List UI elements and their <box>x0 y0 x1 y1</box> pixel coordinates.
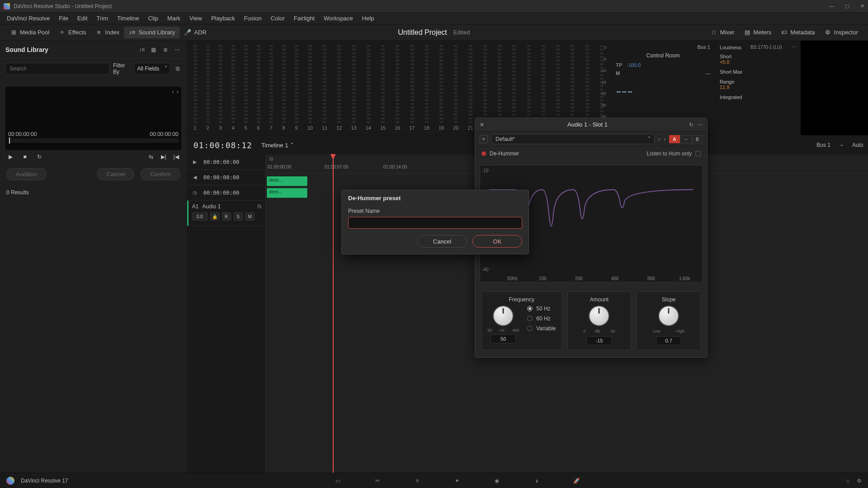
preview-scrubber[interactable] <box>8 138 179 143</box>
radio-variable[interactable]: Variable <box>527 325 556 332</box>
audio-clip-2[interactable]: dees... <box>267 188 307 198</box>
adr-button[interactable]: 🎤ADR <box>179 27 211 38</box>
radio-50hz[interactable]: 50 Hz <box>527 305 556 312</box>
loop-icon[interactable]: ↻ <box>35 153 43 161</box>
tc-row-2[interactable]: 00:00:00:00 <box>203 190 239 196</box>
plugin-close-icon[interactable]: ✕ <box>480 122 486 128</box>
effects-button[interactable]: ✧Effects <box>54 27 91 38</box>
dialog-ok-button[interactable]: OK <box>472 235 522 248</box>
meters-button[interactable]: ▤Meters <box>739 27 776 38</box>
prev-preset-icon[interactable]: ‹ <box>658 136 660 142</box>
filter-select[interactable]: All Fields˅ <box>134 63 170 75</box>
sort-icon[interactable]: ↕≡ <box>138 46 146 54</box>
inspector-button[interactable]: ⚙Inspector <box>820 27 863 38</box>
slope-value[interactable]: 0.7 <box>656 336 681 345</box>
fx-indicator[interactable]: fx <box>257 203 261 210</box>
timeline-select[interactable]: Timeline 1˅ <box>261 142 294 149</box>
tc-row-0[interactable]: 00:00:00:00 <box>203 159 239 165</box>
jkl-icon[interactable]: ⇆ <box>147 153 155 161</box>
slope-knob[interactable] <box>658 305 679 326</box>
next-preset-icon[interactable]: › <box>664 136 665 142</box>
more-icon[interactable]: ⋯ <box>173 46 181 54</box>
track-volume[interactable]: 0.0 <box>192 212 208 221</box>
resolve-logo-icon[interactable] <box>6 477 14 485</box>
menu-color[interactable]: Color <box>267 14 289 23</box>
color-page-icon[interactable]: ◉ <box>493 477 501 485</box>
dialog-cancel-button[interactable]: Cancel <box>417 235 467 248</box>
menu-mark[interactable]: Mark <box>163 14 184 23</box>
fusion-page-icon[interactable]: ✦ <box>453 477 461 485</box>
frequency-knob[interactable] <box>493 305 514 326</box>
lock-icon[interactable]: 🔒 <box>210 212 219 221</box>
audition-button[interactable]: Audition <box>6 168 47 180</box>
media-page-icon[interactable]: ▭ <box>334 477 342 485</box>
edit-page-icon[interactable]: ≡ <box>413 477 421 485</box>
plugin-reset-icon[interactable]: ↻ <box>689 122 693 128</box>
play-icon[interactable]: ▶ <box>6 153 14 161</box>
menu-fusion[interactable]: Fusion <box>240 14 266 23</box>
grid-view-icon[interactable]: ▦ <box>150 46 158 54</box>
mixer-button[interactable]: ⎍Mixer <box>706 27 739 38</box>
skip-fwd-icon[interactable]: ▶| <box>160 153 168 161</box>
amount-knob[interactable] <box>589 305 609 326</box>
maximize-icon[interactable]: ▢ <box>845 3 849 9</box>
menu-clip[interactable]: Clip <box>144 14 162 23</box>
project-settings-icon[interactable]: ⚙ <box>857 478 862 484</box>
marker-tool-icon[interactable]: ⊟ <box>269 156 273 161</box>
stop-icon[interactable]: ■ <box>21 153 29 161</box>
menu-trim[interactable]: Trim <box>93 14 113 23</box>
mute-button[interactable]: M <box>245 212 255 221</box>
menu-edit[interactable]: Edit <box>73 14 91 23</box>
video-viewer[interactable]: ⤢ <box>801 41 868 135</box>
menu-playback[interactable]: Playback <box>207 14 239 23</box>
menu-file[interactable]: File <box>55 14 72 23</box>
plugin-more-icon[interactable]: ⋯ <box>697 122 703 128</box>
sound-library-button[interactable]: ♪≡Sound Library <box>124 27 179 38</box>
close-icon[interactable]: ✕ <box>860 3 864 9</box>
add-preset-button[interactable]: + <box>480 135 488 143</box>
auto-mode[interactable]: Auto <box>852 142 863 148</box>
audition-confirm-button[interactable]: Confirm <box>141 168 180 180</box>
amount-value[interactable]: -15 <box>586 336 612 345</box>
list-view-icon[interactable]: ≣ <box>161 46 170 54</box>
deliver-page-icon[interactable]: 🚀 <box>572 477 580 485</box>
timecode[interactable]: 01:00:08:12 <box>193 141 252 150</box>
menu-fairlight[interactable]: Fairlight <box>290 14 319 23</box>
prev-icon[interactable]: ‹ <box>172 89 174 95</box>
audio-clip-1[interactable]: dees... <box>267 176 307 186</box>
menu-davinci-resolve[interactable]: DaVinci Resolve <box>3 14 54 23</box>
next-icon[interactable]: › <box>177 89 179 95</box>
meter-16 <box>396 45 399 123</box>
record-arm-button[interactable]: R <box>222 212 231 221</box>
listen-hum-checkbox[interactable] <box>695 151 701 156</box>
cut-page-icon[interactable]: ✂ <box>373 477 382 485</box>
audition-cancel-button[interactable]: Cancel <box>97 168 134 180</box>
home-icon[interactable]: ⌂ <box>846 478 849 484</box>
preset-name-input[interactable] <box>348 217 522 229</box>
ab-compare[interactable]: A→B <box>669 135 703 143</box>
filter-settings-icon[interactable]: ⊞ <box>174 65 181 73</box>
radio-60hz[interactable]: 60 Hz <box>527 315 556 322</box>
track-header-a1[interactable]: A1Audio 1fx 0.0 🔒 R S M <box>187 201 265 226</box>
fairlight-page-icon[interactable]: ♪ <box>533 477 541 485</box>
loudness-more-icon[interactable]: ⋯ <box>791 44 796 50</box>
time-mode-icon[interactable]: ◷ <box>191 189 199 197</box>
playhead[interactable] <box>333 155 334 473</box>
bypass-dot-icon[interactable] <box>481 151 486 156</box>
solo-button[interactable]: S <box>234 212 243 221</box>
index-button[interactable]: ≡Index <box>91 27 124 38</box>
frequency-value[interactable]: 50 <box>491 334 516 343</box>
playhead-mode-icon[interactable]: ▶ <box>191 158 199 166</box>
menu-help[interactable]: Help <box>358 14 378 23</box>
menu-workspace[interactable]: Workspace <box>320 14 357 23</box>
range-mode-icon[interactable]: ◀ <box>191 174 199 182</box>
menu-timeline[interactable]: Timeline <box>113 14 143 23</box>
skip-back-icon[interactable]: |◀ <box>172 153 180 161</box>
media-pool-button[interactable]: ⊞Media Pool <box>5 27 54 38</box>
minimize-icon[interactable]: — <box>829 3 834 9</box>
tc-row-1[interactable]: 00:00:00:00 <box>203 174 239 181</box>
search-input[interactable] <box>5 63 109 75</box>
preset-select[interactable]: Default*˅ <box>491 134 655 144</box>
metadata-button[interactable]: 🏷Metadata <box>776 27 819 38</box>
menu-view[interactable]: View <box>185 14 206 23</box>
